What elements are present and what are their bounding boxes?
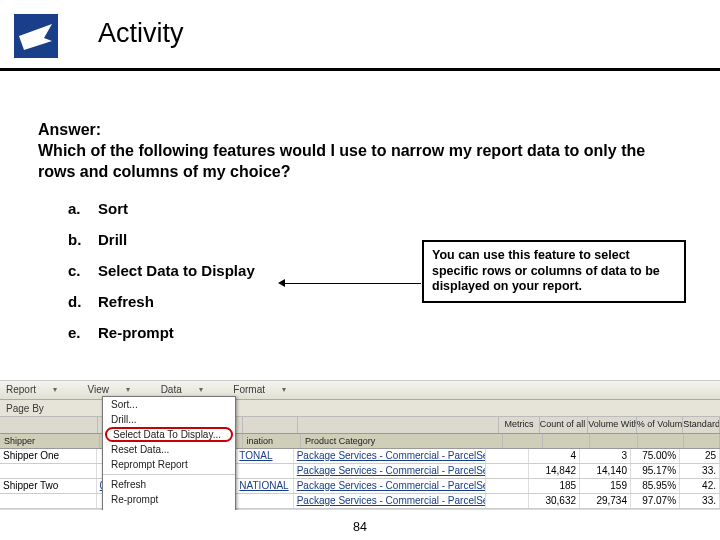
question-block: Answer: Which of the following features … <box>38 120 678 182</box>
option-text: Re-prompt <box>98 324 174 341</box>
toolbar-format[interactable]: Format ▾ <box>233 384 299 395</box>
slide-title: Activity <box>98 18 184 49</box>
menu-item-totals[interactable]: Totals <box>103 507 235 510</box>
explanation-callout: You can use this feature to select speci… <box>422 240 686 303</box>
option-text: Select Data to Display <box>98 262 255 279</box>
page-number: 84 <box>0 520 720 534</box>
toolbar-report[interactable]: Report ▾ <box>6 384 71 395</box>
option-text: Refresh <box>98 293 154 310</box>
menu-item-reset[interactable]: Reset Data... <box>103 442 235 457</box>
option-letter: c. <box>68 262 98 279</box>
option-letter: d. <box>68 293 98 310</box>
menu-item-refresh[interactable]: Refresh <box>103 477 235 492</box>
answer-label: Answer: <box>38 121 101 138</box>
toolbar-view[interactable]: View ▾ <box>88 384 144 395</box>
menu-item-re-prompt[interactable]: Re-prompt <box>103 492 235 507</box>
toolbar-data[interactable]: Data ▾ <box>161 384 217 395</box>
menu-item-select-data[interactable]: Select Data To Display... <box>105 427 233 442</box>
slide-header: Activity <box>0 0 720 71</box>
option-letter: e. <box>68 324 98 341</box>
menu-item-sort[interactable]: Sort... <box>103 397 235 412</box>
option-text: Sort <box>98 200 128 217</box>
menu-item-reprompt-report[interactable]: Reprompt Report <box>103 457 235 472</box>
report-screenshot: Report ▾ View ▾ Data ▾ Format ▾ Page By … <box>0 380 720 510</box>
usps-eagle-logo <box>14 14 58 58</box>
callout-arrow-head <box>278 279 285 287</box>
menu-item-drill[interactable]: Drill... <box>103 412 235 427</box>
option-letter: a. <box>68 200 98 217</box>
option-text: Drill <box>98 231 127 248</box>
data-dropdown-menu: Sort... Drill... Select Data To Display.… <box>102 396 236 510</box>
option-letter: b. <box>68 231 98 248</box>
question-text: Which of the following features would I … <box>38 142 645 180</box>
callout-arrow-line <box>281 283 421 284</box>
